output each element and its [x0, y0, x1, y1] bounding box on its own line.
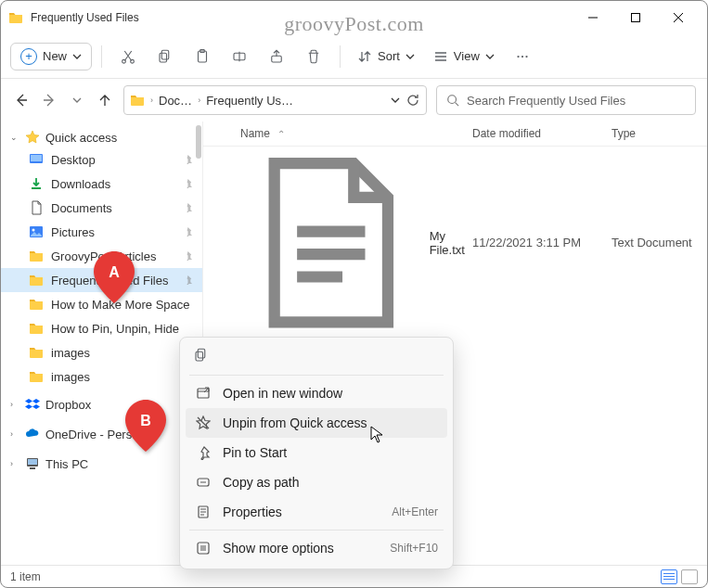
folder-icon — [29, 273, 44, 288]
nav-row: › Doc… › Frequently Us… Search Frequentl… — [1, 79, 707, 121]
separator — [189, 530, 444, 530]
copy-icon[interactable] — [193, 347, 210, 364]
sidebar-item-pin-unpin[interactable]: How to Pin, Unpin, Hide — [1, 316, 202, 340]
ctx-open-new-window[interactable]: Open in new window — [186, 378, 447, 408]
svg-rect-3 — [161, 50, 169, 59]
recent-button[interactable] — [68, 91, 86, 109]
onedrive-icon — [25, 427, 40, 441]
svg-point-10 — [521, 55, 523, 57]
paste-button[interactable] — [186, 40, 219, 73]
search-input[interactable]: Search Frequently Used Files — [436, 85, 696, 115]
chevron-down-icon — [72, 54, 82, 59]
new-label: New — [43, 49, 67, 63]
sidebar-this-pc[interactable]: ›This PC — [1, 454, 202, 474]
ctx-pin-start[interactable]: Pin to Start — [186, 438, 447, 467]
separator — [189, 375, 444, 376]
expand-icon: ⌄ — [10, 133, 19, 142]
ctx-show-more[interactable]: Show more optionsShift+F10 — [186, 533, 447, 563]
view-button[interactable]: View — [426, 45, 502, 69]
rename-button[interactable] — [223, 40, 256, 73]
sidebar-item-images[interactable]: images — [1, 340, 202, 364]
dropbox-icon — [25, 397, 40, 412]
pin-icon — [183, 226, 193, 238]
up-button[interactable] — [96, 91, 114, 109]
minimize-button[interactable] — [572, 3, 614, 32]
plus-icon: + — [20, 48, 37, 65]
search-icon — [446, 94, 459, 107]
svg-point-1 — [122, 59, 126, 63]
svg-point-2 — [131, 59, 135, 63]
more-button[interactable] — [506, 40, 539, 73]
search-placeholder: Search Frequently Used Files — [467, 94, 625, 108]
sidebar-item-pictures[interactable]: Pictures — [1, 220, 202, 244]
file-row[interactable]: My File.txt 11/22/2021 3:11 PM Text Docu… — [203, 147, 707, 339]
pc-icon — [25, 456, 40, 471]
col-name[interactable]: Name — [240, 127, 270, 140]
pin-icon — [183, 202, 193, 214]
column-headers[interactable]: Name⌃ Date modified Type — [203, 121, 707, 147]
titlebar: Frequently Used Files — [1, 1, 707, 34]
sidebar-item-desktop[interactable]: Desktop — [1, 147, 202, 172]
sort-icon — [357, 49, 372, 64]
chevron-down-icon[interactable] — [391, 97, 400, 103]
svg-point-9 — [517, 55, 519, 57]
copy-button[interactable] — [148, 40, 182, 73]
sidebar-item-documents[interactable]: Documents — [1, 196, 202, 220]
folder-icon — [8, 10, 23, 25]
sidebar: ⌄ Quick access Desktop Downloads Documen… — [1, 121, 203, 565]
chevron-down-icon — [485, 54, 495, 59]
ctx-unpin-quick-access[interactable]: Unpin from Quick access — [186, 408, 447, 438]
maximize-button[interactable] — [614, 3, 657, 32]
forward-button[interactable] — [40, 91, 58, 109]
col-date[interactable]: Date modified — [472, 127, 611, 140]
folder-icon — [29, 345, 44, 360]
pin-icon — [183, 275, 193, 287]
svg-rect-21 — [196, 352, 203, 361]
pin-icon — [183, 178, 193, 190]
folder-icon — [29, 297, 44, 312]
back-button[interactable] — [12, 91, 31, 109]
address-bar[interactable]: › Doc… › Frequently Us… — [123, 85, 427, 115]
close-button[interactable] — [657, 3, 700, 32]
delete-button[interactable] — [297, 40, 330, 73]
desktop-icon — [29, 152, 44, 167]
chevron-icon: › — [150, 96, 153, 105]
window-icon — [195, 386, 212, 401]
sidebar-quick-access[interactable]: ⌄ Quick access — [1, 127, 202, 147]
file-name: My File.txt — [430, 229, 472, 257]
sidebar-onedrive[interactable]: ›OneDrive - Personal — [1, 424, 202, 444]
svg-point-12 — [448, 96, 457, 104]
svg-point-11 — [525, 55, 527, 57]
breadcrumb-seg[interactable]: Frequently Us… — [206, 94, 293, 108]
thumbnails-view-button[interactable] — [681, 569, 698, 584]
chevron-down-icon — [405, 54, 415, 59]
svg-rect-20 — [198, 349, 205, 358]
folder-icon — [29, 249, 44, 263]
folder-icon — [29, 369, 44, 384]
downloads-icon — [29, 176, 44, 191]
details-view-button[interactable] — [661, 569, 677, 584]
sort-button[interactable]: Sort — [350, 45, 422, 69]
sidebar-item-downloads[interactable]: Downloads — [1, 172, 202, 196]
cut-button[interactable] — [111, 40, 145, 73]
copy-path-icon — [195, 475, 212, 490]
documents-icon — [29, 200, 44, 215]
pictures-icon — [29, 224, 44, 239]
properties-icon — [195, 505, 212, 519]
breadcrumb-seg[interactable]: Doc… — [159, 94, 192, 108]
new-button[interactable]: + New — [10, 43, 92, 70]
folder-icon — [130, 93, 145, 108]
window-title: Frequently Used Files — [31, 11, 572, 24]
sidebar-item-images-2[interactable]: images — [1, 364, 202, 389]
toolbar: groovyPost.com + New Sort View — [1, 34, 707, 79]
svg-rect-18 — [28, 459, 37, 465]
ctx-copy-path[interactable]: Copy as path — [186, 467, 447, 497]
share-button[interactable] — [260, 40, 293, 73]
file-type: Text Document — [611, 236, 707, 249]
ctx-properties[interactable]: PropertiesAlt+Enter — [186, 497, 447, 527]
refresh-button[interactable] — [405, 93, 420, 108]
col-type[interactable]: Type — [611, 127, 707, 140]
svg-rect-8 — [272, 56, 282, 62]
sidebar-dropbox[interactable]: ›Dropbox — [1, 394, 202, 415]
expand-icon: › — [10, 400, 19, 409]
